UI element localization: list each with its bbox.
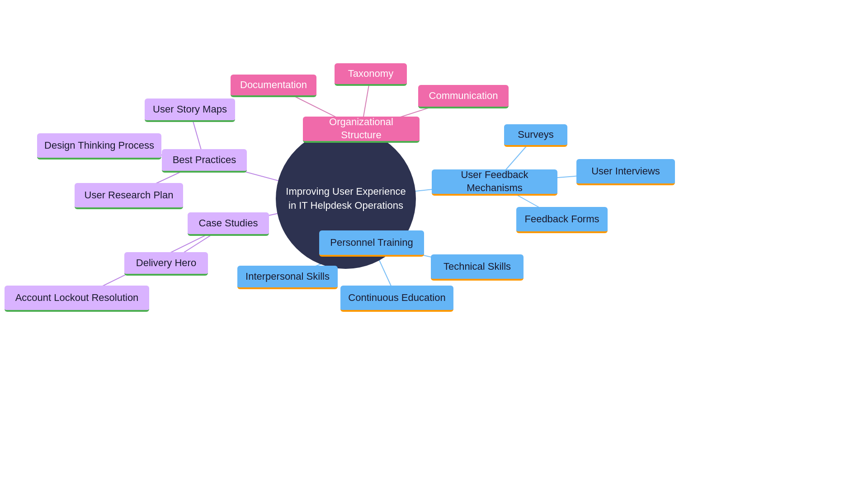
continuous-education-node[interactable]: Continuous Education <box>340 286 453 312</box>
best-practices-node[interactable]: Best Practices <box>162 149 247 173</box>
surveys-node[interactable]: Surveys <box>504 124 567 147</box>
user-research-plan-node[interactable]: User Research Plan <box>75 183 183 209</box>
delivery-hero-node[interactable]: Delivery Hero <box>124 252 208 276</box>
case-studies-node[interactable]: Case Studies <box>188 212 269 236</box>
feedback-forms-node[interactable]: Feedback Forms <box>516 207 608 233</box>
taxonomy-node[interactable]: Taxonomy <box>335 63 407 86</box>
design-thinking-node[interactable]: Design Thinking Process <box>37 133 161 160</box>
user-story-maps-node[interactable]: User Story Maps <box>145 99 235 122</box>
organizational-structure-node[interactable]: Organizational Structure <box>303 117 420 143</box>
user-interviews-node[interactable]: User Interviews <box>576 159 675 185</box>
account-lockout-node[interactable]: Account Lockout Resolution <box>5 286 149 312</box>
interpersonal-skills-node[interactable]: Interpersonal Skills <box>237 266 338 289</box>
communication-node[interactable]: Communication <box>418 85 509 108</box>
personnel-training-node[interactable]: Personnel Training <box>319 230 424 257</box>
documentation-node[interactable]: Documentation <box>231 75 316 97</box>
center-label: Improving User Experience in IT Helpdesk… <box>285 185 407 213</box>
technical-skills-node[interactable]: Technical Skills <box>431 254 524 281</box>
user-feedback-node[interactable]: User Feedback Mechanisms <box>432 169 557 196</box>
